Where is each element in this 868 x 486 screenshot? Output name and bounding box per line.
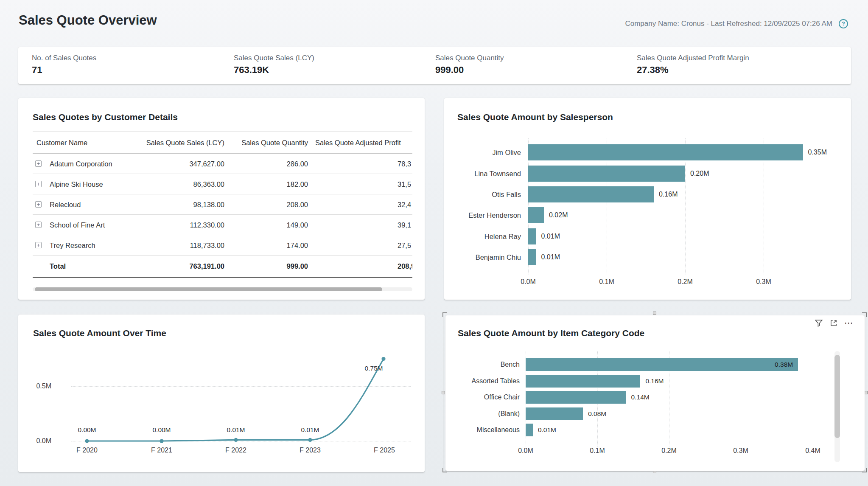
bar-value-label: 0.16M — [659, 186, 678, 202]
company-info-text: Company Name: Cronus - Last Refreshed: 1… — [625, 20, 832, 28]
category-label: Jim Olive — [444, 144, 521, 160]
bar-value-label: 0.38M — [775, 358, 793, 371]
vertical-scrollbar-thumb[interactable] — [834, 355, 840, 438]
category-chart-card: ⋯ Sales Quote Amount by Item Category Co… — [445, 315, 865, 471]
table-row[interactable]: + Relecloud 98,138.00 208.00 32,4 — [33, 194, 412, 215]
page-title: Sales Quote Overview — [19, 13, 157, 28]
table-row[interactable]: + School of Fine Art 112,330.00 149.00 3… — [33, 215, 412, 235]
visual-title: Sales Quote Amount by Item Category Code — [458, 328, 644, 338]
help-icon[interactable]: ? — [839, 19, 848, 28]
expand-icon[interactable]: + — [35, 160, 42, 167]
kpi-label: Sales Quote Quantity — [435, 54, 504, 62]
data-label: 0.75M — [355, 365, 393, 372]
bar-row: Miscellaneous 0.01M — [445, 424, 865, 436]
total-sales: 763,191.00 — [139, 256, 224, 277]
bar-office-chair[interactable] — [526, 391, 626, 404]
bar-bench[interactable] — [526, 358, 798, 371]
category-label: Office Chair — [445, 391, 520, 404]
quantity-value: 208.00 — [232, 194, 308, 215]
time-chart-card: Sales Quote Amount Over Time 0.5M 0.0M 0… — [18, 315, 425, 472]
bar-value-label: 0.01M — [538, 424, 556, 436]
x-axis-tick: 0.2M — [650, 447, 688, 455]
more-options-icon[interactable]: ⋯ — [844, 319, 854, 327]
total-quantity: 999.00 — [232, 256, 308, 277]
data-label: 0.00M — [68, 426, 106, 434]
gridline — [71, 441, 411, 441]
bar-value-label: 0.02M — [549, 207, 568, 223]
table-row[interactable]: + Alpine Ski House 86,363.00 182.00 31,5 — [33, 174, 412, 194]
focus-mode-icon[interactable] — [829, 319, 838, 327]
bar-row: Otis Falls 0.16M — [444, 186, 851, 202]
salesperson-chart-card: Sales Quote Amount by Salesperson Jim Ol… — [444, 98, 851, 300]
category-label: Ester Henderson — [444, 207, 521, 223]
kpi-card: No. of Sales Quotes 71 Sales Quote Sales… — [18, 47, 851, 84]
profit-value-clipped: 32,4 — [398, 194, 411, 215]
expand-icon[interactable]: + — [35, 201, 42, 208]
column-header[interactable]: Customer Name — [36, 132, 87, 154]
profit-value-clipped: 31,5 — [398, 174, 411, 194]
bar-row: Bench 0.38M — [445, 358, 865, 371]
data-label: 0.01M — [217, 426, 255, 434]
visual-title: Sales Quotes by Customer Details — [33, 112, 178, 122]
bar-row: Helena Ray 0.01M — [444, 228, 851, 244]
expand-icon[interactable]: + — [35, 181, 42, 187]
y-axis-tick: 0.0M — [29, 437, 51, 445]
expand-icon[interactable]: + — [35, 242, 42, 248]
report-page: Sales Quote Overview Company Name: Cronu… — [0, 0, 868, 486]
column-header[interactable]: Sales Quote Adjusted Profit — [315, 132, 401, 154]
sales-value: 347,627.00 — [139, 154, 224, 174]
x-axis-tick: 0.1M — [588, 278, 626, 286]
resize-handle[interactable] — [864, 391, 868, 394]
x-axis-tick: F 2022 — [217, 447, 255, 454]
customer-name: Adatum Corporation — [50, 154, 112, 174]
customer-name: School of Fine Art — [50, 215, 105, 235]
selected-visual-frame[interactable]: ⋯ Sales Quote Amount by Item Category Co… — [443, 313, 866, 472]
bar-benjamin-chiu[interactable] — [528, 249, 536, 265]
bar-jim-olive[interactable] — [528, 144, 803, 160]
category-label: Benjamin Chiu — [444, 249, 521, 265]
bar-miscellaneous[interactable] — [526, 424, 533, 436]
profit-value-clipped: 27,5 — [398, 235, 411, 256]
x-axis-tick: F 2020 — [68, 447, 106, 454]
bar-helena-ray[interactable] — [528, 228, 536, 244]
bar-row: Benjamin Chiu 0.01M — [444, 249, 851, 265]
bar-row: Office Chair 0.14M — [445, 391, 865, 404]
table-row[interactable]: + Adatum Corporation 347,627.00 286.00 7… — [33, 154, 412, 174]
bar-value-label: 0.16M — [645, 375, 664, 388]
x-axis-tick: 0.0M — [507, 447, 545, 455]
horizontal-scrollbar-thumb[interactable] — [35, 287, 382, 291]
bar-ester-henderson[interactable] — [528, 207, 544, 223]
gridline — [71, 386, 411, 387]
filter-icon[interactable] — [815, 319, 823, 327]
bar-row: Assorted Tables 0.16M — [445, 375, 865, 388]
x-axis-tick: 0.0M — [509, 278, 547, 286]
bar-blank[interactable] — [526, 407, 583, 420]
resize-handle[interactable] — [442, 391, 445, 394]
visual-title: Sales Quote Amount Over Time — [33, 328, 166, 338]
total-profit-clipped: 208,9 — [398, 256, 412, 277]
bar-assorted-tables[interactable] — [526, 375, 640, 388]
quantity-value: 286.00 — [232, 154, 308, 174]
bar-otis-falls[interactable] — [528, 186, 654, 202]
y-axis-tick: 0.5M — [29, 382, 51, 390]
category-label: Miscellaneous — [445, 424, 520, 436]
x-axis-tick: 0.3M — [722, 447, 760, 455]
total-divider — [33, 277, 412, 278]
column-header[interactable]: Sales Quote Quantity — [232, 132, 308, 154]
column-header[interactable]: Sales Quote Sales (LCY) — [139, 132, 224, 154]
category-label: Lina Townsend — [444, 166, 521, 182]
matrix-table: Customer Name Sales Quote Sales (LCY) Sa… — [33, 132, 412, 278]
sales-value: 112,330.00 — [139, 215, 224, 235]
x-axis-tick: 0.2M — [666, 278, 704, 286]
table-row[interactable]: + Trey Research 118,733.00 174.00 27,5 — [33, 235, 412, 256]
kpi-label: Sales Quote Sales (LCY) — [234, 54, 314, 62]
expand-icon[interactable]: + — [35, 222, 42, 228]
resize-handle[interactable] — [653, 312, 656, 315]
bar-row: Jim Olive 0.35M — [444, 144, 851, 160]
bar-value-label: 0.01M — [541, 228, 560, 244]
x-axis-tick: 0.1M — [578, 447, 616, 455]
customer-name: Alpine Ski House — [50, 174, 103, 194]
profit-value-clipped: 39,1 — [398, 215, 411, 235]
quantity-value: 182.00 — [232, 174, 308, 194]
bar-lina-townsend[interactable] — [528, 166, 685, 182]
